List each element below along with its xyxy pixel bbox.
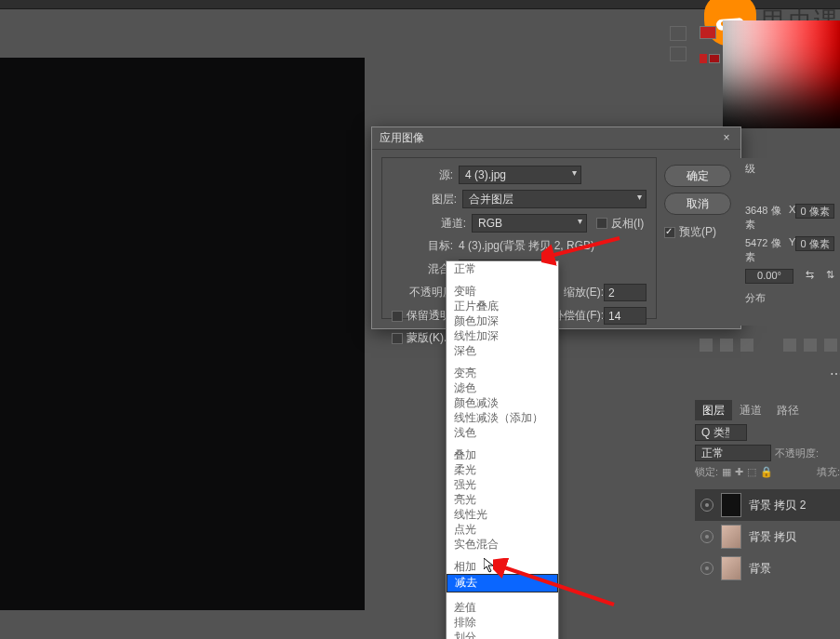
layers-panel-tabs: 图层 通道 路径 [695,400,840,420]
blend-option[interactable]: 强光 [447,477,558,492]
layer-opacity-label: 不透明度: [775,446,819,460]
ok-button[interactable]: 确定 [664,165,731,187]
lock-all-icon[interactable]: 🔒 [760,466,773,478]
dialog-button-column: 确定 取消 预览(P) [664,165,731,240]
blend-option[interactable]: 叠加 [447,447,558,462]
preview-label: 预览(P) [679,224,716,240]
scale-input[interactable] [604,284,647,301]
visibility-eye-icon[interactable] [700,530,713,543]
blend-option[interactable]: 排除 [447,615,558,630]
layer-thumbnail[interactable] [721,493,741,517]
blend-option[interactable]: 亮光 [447,492,558,507]
scale-label: 缩放(E): [564,285,604,300]
close-icon[interactable]: × [720,132,733,145]
layer-row[interactable]: 背景 拷贝 2 [695,489,840,521]
layer-options: Q 类型 正常 不透明度: 锁定: ▦ ✚ ⬚ 🔒 填充: [695,424,840,483]
x-label: X [789,204,795,232]
lock-position-icon[interactable]: ✚ [735,466,743,478]
blend-option[interactable]: 正片叠底 [447,299,558,313]
dialog-titlebar[interactable]: 应用图像 × [372,127,740,150]
layer-name[interactable]: 背景 拷贝 2 [749,498,806,513]
flip-h-icon[interactable]: ⇆ [806,269,814,284]
svg-line-2 [499,566,614,605]
offset-label: 补偿值(F): [553,308,604,324]
width-readout: 3648 像素 [745,204,789,232]
align-top-icon[interactable] [783,339,796,352]
blend-option[interactable]: 变暗 [447,284,558,299]
visibility-eye-icon[interactable] [700,562,713,575]
align-middle-icon[interactable] [804,339,817,352]
invert-checkbox[interactable] [596,218,607,229]
tab-channels[interactable]: 通道 [732,400,769,420]
flip-v-icon[interactable]: ⇅ [826,269,834,284]
fill-label: 填充: [817,465,840,479]
channel-label: 通道: [392,216,472,232]
channel-select[interactable]: RGB [472,214,587,233]
layer-thumbnail[interactable] [721,556,741,580]
tab-paths[interactable]: 路径 [769,400,807,420]
blend-option[interactable]: 线性加深 [447,328,558,343]
dock-icon[interactable] [670,47,687,61]
svg-line-1 [547,238,620,257]
dock-strip [670,26,690,67]
offset-input[interactable] [604,307,647,325]
lock-pixels-icon[interactable]: ▦ [722,466,731,478]
layer-label: 图层: [392,192,462,207]
layer-row[interactable]: 背景 [695,552,840,584]
cancel-button[interactable]: 取消 [664,193,731,215]
distribute-label: 分布 [745,291,766,305]
background-swatch[interactable] [709,54,720,63]
layer-row[interactable]: 背景 拷贝 [695,521,840,552]
layer-name[interactable]: 背景 拷贝 [749,529,796,545]
warning-triangle-icon [700,54,707,63]
preview-checkbox[interactable] [664,227,675,238]
invert-label: 反相(I) [611,216,644,232]
layer-thumbnail[interactable] [721,525,741,549]
annotation-arrow-icon [541,233,625,270]
angle-value[interactable]: 0.00° [745,269,793,284]
properties-info-panel: 级 3648 像素 X 0 像素 5472 像素 Y 0 像素 0.00° ⇆ … [740,158,840,326]
blend-option[interactable]: 柔光 [447,462,558,477]
blend-option[interactable]: 变亮 [447,366,558,380]
preserve-transparency-label: 保留透明 [407,308,451,324]
tab-layers[interactable]: 图层 [695,400,732,420]
blend-option[interactable]: 滤色 [447,380,558,395]
source-label: 源: [392,167,459,183]
blend-option[interactable]: 实色混合 [447,537,558,552]
preview-row[interactable]: 预览(P) [664,224,731,240]
align-bottom-icon[interactable] [824,339,837,352]
blend-option[interactable]: 颜色加深 [447,313,558,328]
dock-icon[interactable] [670,26,687,41]
blend-option[interactable]: 浅色 [447,425,558,440]
preserve-transparency-checkbox[interactable] [392,311,403,322]
y-label: Y [789,236,795,264]
color-swatch-col [700,26,720,67]
x-value[interactable]: 0 像素 [795,204,834,219]
layer-kind-select[interactable]: Q 类型 [695,424,747,441]
align-right-icon[interactable] [740,339,753,352]
lock-artboard-icon[interactable]: ⬚ [747,466,756,478]
visibility-eye-icon[interactable] [700,499,713,512]
foreground-swatch[interactable] [700,26,716,39]
annotation-arrow-icon [493,558,623,614]
panel-menu-icon[interactable]: ⋯ [830,366,840,381]
blend-option[interactable]: 点光 [447,522,558,537]
blend-option[interactable]: 线性光 [447,507,558,522]
height-readout: 5472 像素 [745,236,789,264]
layer-name[interactable]: 背景 [749,561,771,577]
color-picker-gradient[interactable] [723,20,840,128]
mask-checkbox[interactable] [392,333,403,344]
blend-mode-select[interactable]: 正常 [695,445,771,461]
svg-marker-0 [484,558,493,572]
align-center-icon[interactable] [720,339,733,352]
blend-option[interactable]: 深色 [447,343,558,358]
document-canvas[interactable] [0,58,365,610]
blend-option[interactable]: 线性减淡（添加） [447,410,558,425]
blend-option[interactable]: 划分 [447,630,558,639]
blend-option[interactable]: 颜色减淡 [447,395,558,410]
align-left-icon[interactable] [700,339,713,352]
source-select[interactable]: 4 (3).jpg [459,166,581,184]
lock-label: 锁定: [695,465,718,479]
layer-select[interactable]: 合并图层 [462,190,647,208]
y-value[interactable]: 0 像素 [795,236,834,251]
